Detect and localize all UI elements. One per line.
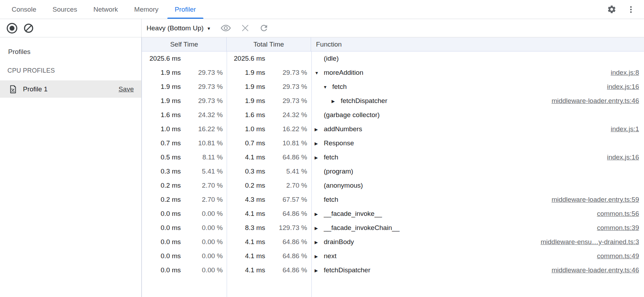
expand-arrow-icon[interactable]: ▶ — [315, 140, 324, 146]
tab-sources[interactable]: Sources — [44, 0, 85, 19]
self-time-cell: 0.3 ms5.41 % — [142, 164, 227, 178]
expand-arrow-icon[interactable]: ▶ — [315, 154, 324, 160]
total-time-percent: 129.73 % — [265, 224, 311, 232]
self-time-percent: 0.00 % — [181, 252, 227, 260]
expand-arrow-icon[interactable]: ▶ — [315, 211, 324, 217]
collapse-arrow-icon[interactable]: ▼ — [315, 70, 324, 75]
source-link[interactable]: common.ts:56 — [590, 210, 644, 218]
close-icon[interactable] — [241, 24, 250, 32]
expand-arrow-icon[interactable]: ▶ — [332, 98, 341, 104]
profile-grid-row[interactable]: 0.0 ms0.00 %4.1 ms64.86 %▶drainBodymiddl… — [142, 235, 644, 249]
profile-grid-row[interactable]: 1.9 ms29.73 %1.9 ms29.73 %▶fetchDispatch… — [142, 94, 644, 108]
self-time-cell: 1.9 ms29.73 % — [142, 94, 227, 108]
profile-grid-row[interactable]: 1.6 ms24.32 %1.6 ms24.32 %(garbage colle… — [142, 108, 644, 122]
refresh-icon[interactable] — [259, 23, 269, 33]
panel-toolbar-row: Heavy (Bottom Up) ▼ — [0, 19, 644, 37]
profile-grid-row[interactable]: 0.0 ms0.00 %4.1 ms64.86 %▶__facade_invok… — [142, 207, 644, 221]
total-time-ms: 1.9 ms — [227, 83, 265, 91]
total-time-ms: 4.1 ms — [227, 238, 265, 246]
profile-grid-row[interactable]: 1.0 ms16.22 %1.0 ms16.22 %▶addNumbersind… — [142, 122, 644, 136]
profile-grid-row[interactable]: 0.5 ms8.11 %4.1 ms64.86 %▶fetchindex.js:… — [142, 150, 644, 164]
profile-grid-row[interactable]: 0.2 ms2.70 %0.2 ms2.70 %(anonymous) — [142, 178, 644, 193]
profiler-controls — [0, 19, 142, 37]
grid-body: 2025.6 ms2025.6 ms(idle)1.9 ms29.73 %1.9… — [142, 51, 644, 297]
expand-arrow-icon[interactable]: ▶ — [315, 267, 324, 273]
total-time-cell: 0.3 ms5.41 % — [227, 164, 311, 178]
source-link[interactable]: common.ts:49 — [590, 252, 644, 260]
total-time-percent: 64.86 % — [265, 266, 311, 274]
arrow-spacer — [315, 199, 324, 200]
total-time-cell: 1.6 ms24.32 % — [227, 108, 311, 122]
profile-grid-row[interactable]: 0.0 ms0.00 %8.3 ms129.73 %▶__facade_invo… — [142, 221, 644, 235]
expand-arrow-icon[interactable]: ▶ — [315, 225, 324, 231]
view-mode-value: Heavy (Bottom Up) — [147, 24, 204, 32]
function-cell: (garbage collector) — [311, 108, 644, 122]
self-time-ms: 0.2 ms — [142, 196, 181, 204]
function-cell: ▶drainBodymiddleware-ensu…y-drained.ts:3 — [311, 235, 644, 249]
expand-arrow-icon[interactable]: ▶ — [315, 126, 324, 132]
record-profile-button[interactable] — [7, 23, 17, 34]
source-link[interactable]: index.js:8 — [604, 69, 644, 77]
function-cell: ▶fetchindex.js:16 — [311, 150, 644, 164]
kebab-menu-icon[interactable] — [626, 5, 636, 14]
save-profile-link[interactable]: Save — [119, 85, 134, 93]
profile-grid-row[interactable]: 0.2 ms2.70 %4.3 ms67.57 %fetchmiddleware… — [142, 193, 644, 207]
expand-arrow-icon[interactable]: ▶ — [315, 239, 324, 245]
expand-arrow-icon[interactable]: ▶ — [315, 253, 324, 259]
sidebar-item-profile-1[interactable]: Profile 1 Save — [0, 80, 141, 98]
tab-strip: ConsoleSourcesNetworkMemoryProfiler — [4, 0, 204, 19]
profile-grid-row[interactable]: 2025.6 ms2025.6 ms(idle) — [142, 51, 644, 66]
source-link[interactable]: middleware-loader.entry.ts:46 — [544, 266, 644, 274]
view-mode-dropdown[interactable]: Heavy (Bottom Up) ▼ — [147, 24, 211, 32]
self-time-cell: 0.2 ms2.70 % — [142, 178, 227, 193]
self-time-percent: 24.32 % — [181, 111, 227, 119]
source-link[interactable]: index.js:16 — [600, 153, 644, 161]
column-header-self-time[interactable]: Self Time — [142, 37, 227, 51]
self-time-percent: 2.70 % — [181, 196, 227, 204]
profile-grid-row[interactable]: 0.0 ms0.00 %4.1 ms64.86 %▶nextcommon.ts:… — [142, 249, 644, 263]
arrow-spacer — [315, 171, 324, 172]
gear-icon[interactable] — [607, 5, 616, 14]
source-link[interactable]: index.js:16 — [600, 83, 644, 91]
source-link[interactable]: middleware-loader.entry.ts:59 — [544, 196, 644, 204]
profile-grid-row[interactable]: 0.7 ms10.81 %0.7 ms10.81 %▶Response — [142, 136, 644, 150]
profile-document-icon — [8, 85, 18, 94]
total-time-cell: 8.3 ms129.73 % — [227, 221, 311, 235]
eye-icon[interactable] — [220, 23, 231, 34]
total-time-ms: 0.7 ms — [227, 139, 265, 147]
arrow-spacer — [315, 115, 324, 115]
source-link[interactable]: middleware-ensu…y-drained.ts:3 — [533, 238, 644, 246]
profile-data-grid: Self Time Total Time Function 2025.6 ms2… — [142, 37, 644, 297]
source-link[interactable]: common.ts:39 — [590, 224, 644, 232]
profile-name: Profile 1 — [23, 85, 48, 93]
function-cell: (anonymous) — [311, 178, 644, 193]
tab-memory[interactable]: Memory — [126, 0, 167, 19]
function-name: moreAddition — [324, 69, 363, 77]
view-toolbar: Heavy (Bottom Up) ▼ — [142, 19, 644, 37]
self-time-percent: 0.00 % — [181, 266, 227, 274]
profile-grid-row[interactable]: 1.9 ms29.73 %1.9 ms29.73 %▼fetchindex.js… — [142, 80, 644, 94]
total-time-percent: 2.70 % — [265, 182, 311, 189]
self-time-percent: 16.22 % — [181, 125, 227, 133]
collapse-arrow-icon[interactable]: ▼ — [323, 84, 332, 90]
total-time-percent: 64.86 % — [265, 210, 311, 218]
column-header-total-time[interactable]: Total Time — [227, 37, 311, 51]
total-time-ms: 0.2 ms — [227, 182, 265, 189]
tab-network[interactable]: Network — [85, 0, 126, 19]
total-time-cell: 1.9 ms29.73 % — [227, 94, 311, 108]
profile-grid-row[interactable]: 0.0 ms0.00 %4.1 ms64.86 %▶fetchDispatche… — [142, 263, 644, 277]
self-time-ms: 0.0 ms — [142, 210, 181, 218]
clear-profiles-button[interactable] — [23, 23, 34, 34]
source-link[interactable]: index.js:1 — [604, 125, 644, 133]
tab-profiler[interactable]: Profiler — [167, 0, 204, 19]
function-cell: ▶__facade_invokeChain__common.ts:39 — [311, 221, 644, 235]
self-time-percent: 29.73 % — [181, 83, 227, 91]
tab-console[interactable]: Console — [4, 0, 44, 19]
source-link[interactable]: middleware-loader.entry.ts:46 — [544, 97, 644, 105]
total-time-ms: 2025.6 ms — [227, 55, 265, 62]
profile-grid-row[interactable]: 0.3 ms5.41 %0.3 ms5.41 %(program) — [142, 164, 644, 178]
profile-grid-row[interactable]: 1.9 ms29.73 %1.9 ms29.73 %▼moreAdditioni… — [142, 66, 644, 80]
function-name: fetchDispatcher — [341, 97, 387, 105]
column-header-function[interactable]: Function — [311, 37, 644, 51]
total-time-percent: 24.32 % — [265, 111, 311, 119]
